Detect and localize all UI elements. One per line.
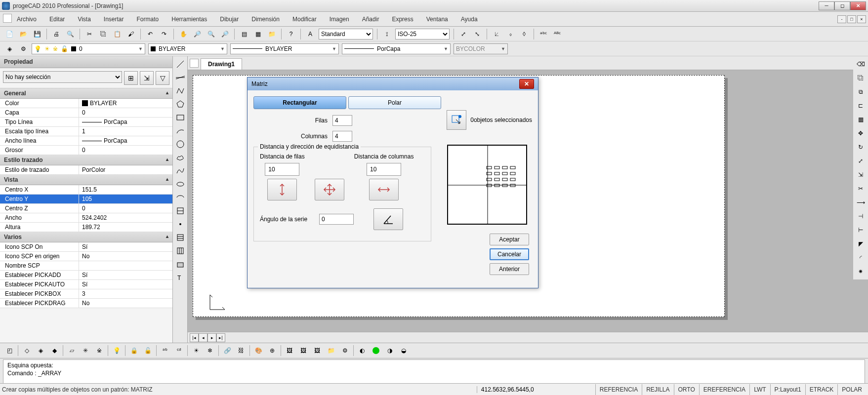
osnap9-icon[interactable]: 🔒 — [128, 345, 139, 356]
prop-row[interactable]: Capa0 — [0, 108, 172, 118]
prop-section-estilo[interactable]: Estilo trazado — [0, 155, 172, 165]
accept-button[interactable]: Aceptar — [490, 234, 529, 245]
block-icon[interactable] — [174, 205, 186, 217]
doc-tab[interactable]: Drawing1 — [201, 58, 242, 70]
render1-icon[interactable]: ◐ — [357, 345, 368, 356]
prop-row[interactable]: Icono SCP OnSí — [0, 242, 172, 252]
gradient-icon[interactable] — [174, 245, 186, 257]
dim6-icon[interactable]: ᵃᵇᶜ — [538, 29, 549, 40]
prop-row[interactable]: Escala tipo línea1 — [0, 127, 172, 136]
xline-icon[interactable] — [174, 72, 186, 83]
status-orto[interactable]: ORTO — [674, 384, 699, 395]
stretch-icon[interactable]: ⇲ — [855, 169, 867, 181]
prop-row[interactable]: Estilo de trazadoPorColor — [0, 165, 172, 175]
prop-section-vista[interactable]: Vista — [0, 175, 172, 185]
region-icon[interactable] — [174, 258, 186, 270]
layer-dropdown[interactable]: 💡☀※🔓 0 ▼ — [32, 43, 145, 54]
doc-tab-icon[interactable] — [190, 59, 199, 68]
tab-prev-button[interactable]: ◂ — [199, 333, 207, 342]
prop-section-varios[interactable]: Varios — [0, 232, 172, 242]
prop-row[interactable]: Icono SCP en origenNo — [0, 252, 172, 261]
osnap6-icon[interactable]: ✳ — [80, 345, 91, 356]
plotcolor-dropdown[interactable]: BYCOLOR ▼ — [454, 43, 508, 54]
lineweight-dropdown[interactable]: PorCapa ▼ — [342, 43, 451, 54]
linetype-dropdown[interactable]: BYLAYER ▼ — [230, 43, 339, 54]
extend-icon[interactable]: ⟶ — [855, 197, 867, 208]
pick-angle-button[interactable] — [373, 208, 403, 230]
layerstate-icon[interactable]: ⚙ — [18, 43, 29, 54]
osnap13-icon[interactable]: ☀ — [191, 345, 202, 356]
tab-polar[interactable]: Polar — [348, 96, 441, 109]
osnap5-icon[interactable]: ▱ — [66, 345, 77, 356]
status-referencia[interactable]: REFERENCIA — [595, 384, 642, 395]
copy-icon[interactable]: ⿻ — [98, 29, 109, 40]
quickselect-button[interactable]: ⇲ — [140, 71, 154, 85]
hatch-icon[interactable] — [174, 232, 186, 243]
osnap15-icon[interactable]: 🔗 — [222, 345, 233, 356]
polygon-icon[interactable] — [174, 98, 186, 110]
undo-icon[interactable]: ↶ — [145, 29, 156, 40]
filter-button[interactable]: ▽ — [156, 71, 169, 85]
dim4-icon[interactable]: ⬨ — [505, 29, 516, 40]
color-dropdown[interactable]: BYLAYER ▼ — [148, 43, 227, 54]
prop-row[interactable]: Grosor0 — [0, 146, 172, 155]
prop-row[interactable]: Centro Y105 — [0, 195, 172, 204]
menu-imagen[interactable]: Imagen — [328, 15, 351, 24]
tab-last-button[interactable]: ▸| — [216, 333, 225, 342]
open-icon[interactable]: 📂 — [18, 29, 29, 40]
close-button[interactable]: ✕ — [850, 1, 866, 10]
mdi-min-button[interactable]: - — [837, 15, 846, 23]
osnap11-icon[interactable]: ᵃᵇ — [160, 345, 170, 356]
pan-icon[interactable]: ✋ — [178, 29, 189, 40]
img2-icon[interactable]: 🖼 — [298, 345, 309, 356]
menu-insertar[interactable]: Insertar — [102, 15, 126, 24]
erase-icon[interactable]: ⌫ — [855, 58, 867, 70]
dimstyle-icon[interactable]: ⟟ — [381, 29, 392, 40]
osnap14-icon[interactable]: ❄ — [205, 345, 215, 356]
textstyle-icon[interactable]: A — [305, 29, 316, 40]
status-ereferencia[interactable]: EREFERENCIA — [699, 384, 749, 395]
revcloud-icon[interactable] — [174, 152, 186, 163]
osnap16-icon[interactable]: ⛓ — [236, 345, 247, 356]
join-icon[interactable]: ⊢ — [855, 224, 867, 236]
prop-row[interactable]: ColorBYLAYER — [0, 99, 172, 108]
chamfer-icon[interactable]: ◤ — [855, 238, 867, 250]
zoom-win-icon[interactable]: 🔍 — [206, 29, 216, 40]
line-icon[interactable] — [174, 58, 186, 70]
dim7-icon[interactable]: ᴬᴮᶜ — [552, 29, 563, 40]
dim5-icon[interactable]: ◊ — [519, 29, 530, 40]
explode-icon[interactable]: ✷ — [855, 266, 867, 277]
point-icon[interactable] — [174, 218, 186, 230]
mirror-icon[interactable]: ⧉ — [855, 86, 867, 98]
prop-row[interactable]: Establecer PICKAUTOSí — [0, 280, 172, 289]
menu-dibujar[interactable]: Dibujar — [218, 15, 241, 24]
render2-icon[interactable] — [371, 345, 381, 356]
maximize-button[interactable]: ◻ — [834, 1, 850, 10]
rotate-icon[interactable]: ↻ — [855, 141, 867, 153]
prop-row[interactable]: Establecer PICKADDSí — [0, 271, 172, 280]
pick-both-dist-button[interactable] — [315, 179, 344, 200]
spline-icon[interactable] — [174, 165, 186, 177]
osnap12-icon[interactable]: ᶜᵈ — [173, 345, 184, 356]
redo-icon[interactable]: ↷ — [159, 29, 169, 40]
pick-col-dist-button[interactable] — [369, 179, 399, 200]
cut-icon[interactable]: ✂ — [84, 29, 95, 40]
prop-row[interactable]: Nombre SCP — [0, 261, 172, 271]
tab-rectangular[interactable]: Rectangular — [253, 96, 346, 109]
dim3-icon[interactable]: ⟀ — [491, 29, 502, 40]
designcenter-icon[interactable]: ▦ — [252, 29, 263, 40]
offset-icon[interactable]: ⊏ — [855, 100, 867, 112]
dim-style-select[interactable]: ISO-25 — [395, 29, 450, 40]
selection-dropdown[interactable]: No hay selección — [3, 71, 122, 83]
prop-row[interactable]: Tipo LíneaPorCapa — [0, 118, 172, 127]
osnap18-icon[interactable]: ⊕ — [267, 345, 278, 356]
status-polar[interactable]: POLAR — [837, 384, 866, 395]
angle-input[interactable] — [319, 214, 354, 225]
status-etrack[interactable]: ETRACK — [805, 384, 838, 395]
osnap4-icon[interactable]: ◆ — [49, 345, 60, 356]
ellipse-icon[interactable] — [174, 178, 186, 190]
fillet-icon[interactable]: ◜ — [855, 252, 867, 264]
minimize-button[interactable]: ─ — [819, 1, 834, 10]
move-icon[interactable]: ✥ — [855, 127, 867, 139]
break-icon[interactable]: ⊣ — [855, 210, 867, 222]
